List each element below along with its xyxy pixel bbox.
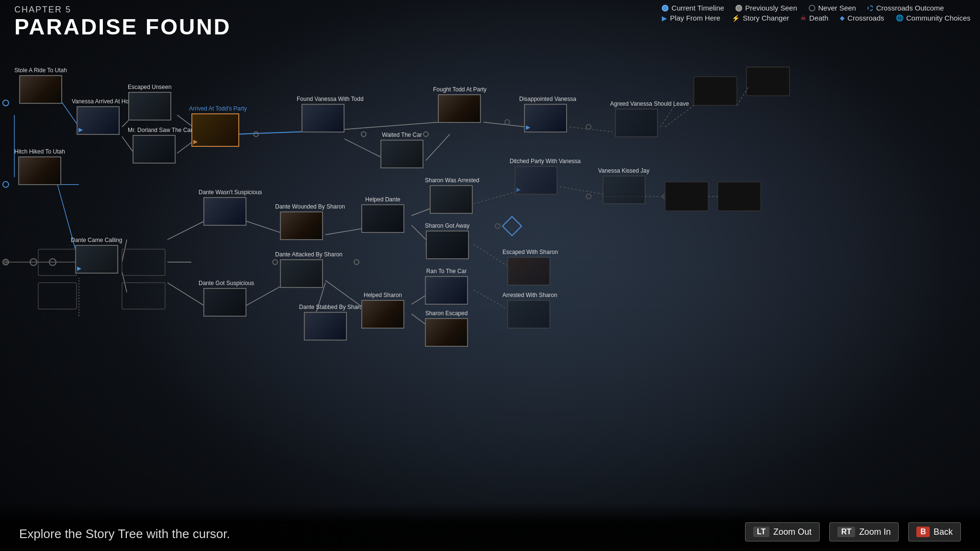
- node-sharon-got-away[interactable]: Sharon Got Away: [425, 222, 469, 259]
- node-stole-ride[interactable]: Stole A Ride To Utah: [14, 67, 67, 104]
- node-arrived-todd[interactable]: Arrived At Todd's Party ▶: [189, 105, 242, 147]
- crossroads-diamond-icon: ◆: [840, 14, 845, 22]
- play-icon: ▶: [662, 14, 667, 22]
- node-arrested-sharon[interactable]: Arrested With Sharon: [502, 292, 555, 329]
- node-helped-dante[interactable]: Helped Dante: [361, 196, 404, 233]
- node-escaped-sharon[interactable]: Escaped With Sharon: [502, 249, 555, 286]
- node-arrested-sharon-thumb[interactable]: [507, 300, 550, 329]
- node-agreed-vanessa-thumb[interactable]: [615, 109, 658, 137]
- play-icon-disappointed: ▶: [526, 124, 530, 131]
- node-vanessa-arrived[interactable]: Vanessa Arrived At Hotel ▶: [72, 98, 124, 135]
- node-found-vanessa[interactable]: Found Vanessa With Todd: [297, 96, 349, 132]
- node-agreed-vanessa[interactable]: Agreed Vanessa Should Leave: [610, 100, 663, 137]
- node-dante-wounded[interactable]: Dante Wounded By Sharon: [275, 203, 328, 240]
- svg-point-33: [3, 100, 9, 106]
- svg-line-6: [239, 132, 301, 134]
- node-helped-sharon-thumb[interactable]: [361, 300, 404, 329]
- node-mr-dorland[interactable]: Mr. Dorland Saw The Car: [128, 127, 180, 164]
- node-waited-car[interactable]: Waited The Car: [380, 132, 423, 168]
- node-vanessa-kissed-label: Vanessa Kissed Jay: [598, 167, 649, 174]
- node-dante-wasnt-thumb[interactable]: [203, 197, 246, 226]
- legend: Current Timeline Previously Seen Never S…: [662, 4, 970, 22]
- current-label: Current Timeline: [671, 4, 724, 12]
- node-dante-suspicious[interactable]: Dante Got Suspicious: [199, 280, 251, 317]
- node-escaped-sharon-thumb[interactable]: [507, 257, 550, 286]
- legend-prev: Previously Seen: [735, 4, 797, 12]
- b-badge: B: [916, 527, 930, 537]
- node-escaped-unseen-thumb[interactable]: [128, 92, 171, 121]
- node-dante-attacked-thumb[interactable]: [280, 259, 323, 288]
- legend-death: ☠ Death: [801, 14, 828, 22]
- node-dante-came-thumb[interactable]: ▶: [75, 245, 118, 274]
- svg-line-15: [122, 272, 127, 292]
- node-sharon-got-away-label: Sharon Got Away: [425, 222, 469, 229]
- legend-play: ▶ Play From Here: [662, 14, 720, 22]
- hint-text: Explore the Story Tree with the cursor.: [19, 527, 230, 541]
- node-ditched-party-thumb[interactable]: ▶: [514, 166, 557, 195]
- node-arrived-todd-thumb[interactable]: ▶: [191, 113, 239, 147]
- story-changer-label: Story Changer: [743, 14, 789, 22]
- globe-icon: 🌐: [896, 14, 903, 22]
- node-sharon-arrested[interactable]: Sharon Was Arrested: [425, 177, 478, 214]
- play-icon-todd: ▶: [193, 138, 198, 145]
- node-dante-came-label: Dante Came Calling: [71, 237, 122, 243]
- current-dot-icon: [662, 5, 668, 11]
- lt-badge: LT: [753, 527, 769, 537]
- node-ran-to-car-thumb[interactable]: [425, 276, 468, 305]
- node-stole-ride-thumb[interactable]: [19, 75, 62, 104]
- svg-line-10: [426, 134, 450, 160]
- node-escaped-unseen-label: Escaped Unseen: [128, 84, 171, 90]
- svg-rect-55: [38, 283, 77, 309]
- node-disappointed-thumb[interactable]: ▶: [524, 104, 567, 132]
- legend-crossroads-outcome: Crossroads Outcome: [868, 4, 944, 12]
- node-fought-todd[interactable]: Fought Todd At Party: [433, 86, 486, 123]
- node-sharon-escaped[interactable]: Sharon Escaped: [425, 310, 468, 347]
- node-escaped-unseen[interactable]: Escaped Unseen: [128, 84, 171, 121]
- node-dante-stabbed-thumb[interactable]: [304, 312, 347, 341]
- node-sharon-arrested-thumb[interactable]: [430, 185, 473, 214]
- chapter-label: CHAPTER 5: [14, 5, 231, 15]
- node-escaped-sharon-label: Escaped With Sharon: [502, 249, 555, 255]
- node-helped-sharon[interactable]: Helped Sharon: [361, 292, 404, 329]
- svg-line-31: [560, 187, 603, 194]
- node-sharon-escaped-thumb[interactable]: [425, 318, 468, 347]
- node-hitch-hiked-label: Hitch Hiked To Utah: [14, 148, 65, 155]
- node-vanessa-arrived-label: Vanessa Arrived At Hotel: [72, 98, 124, 105]
- node-vanessa-kissed-thumb[interactable]: [602, 176, 646, 204]
- node-dante-wasnt[interactable]: Dante Wasn't Suspicious: [199, 189, 251, 226]
- node-agreed-vanessa-label: Agreed Vanessa Should Leave: [610, 100, 663, 107]
- node-dante-attacked[interactable]: Dante Attacked By Sharon: [275, 251, 328, 288]
- community-label: Community Choices: [906, 14, 970, 22]
- node-mr-dorland-thumb[interactable]: [133, 135, 176, 164]
- legend-story-changer: ⚡ Story Changer: [732, 14, 789, 22]
- node-found-vanessa-thumb[interactable]: [301, 104, 345, 132]
- back-button[interactable]: B Back: [908, 522, 961, 541]
- node-sharon-got-away-thumb[interactable]: [426, 231, 469, 259]
- node-ran-to-car[interactable]: Ran To The Car: [425, 268, 468, 305]
- rt-badge: RT: [837, 527, 855, 537]
- zoom-out-button[interactable]: LT Zoom Out: [745, 522, 820, 541]
- node-ditched-party-label: Ditched Party With Vanessa: [510, 158, 562, 165]
- node-disappointed-label: Disappointed Vanessa: [519, 96, 572, 102]
- node-fought-todd-thumb[interactable]: [438, 94, 481, 123]
- node-dante-came[interactable]: Dante Came Calling ▶: [71, 237, 122, 274]
- node-waited-car-thumb[interactable]: [380, 140, 423, 168]
- node-dante-suspicious-thumb[interactable]: [203, 288, 246, 317]
- node-disappointed[interactable]: Disappointed Vanessa ▶: [519, 96, 572, 132]
- zoom-in-button[interactable]: RT Zoom In: [829, 522, 899, 541]
- node-helped-sharon-label: Helped Sharon: [364, 292, 402, 298]
- svg-point-38: [423, 132, 428, 136]
- node-dante-wasnt-label: Dante Wasn't Suspicious: [199, 189, 251, 196]
- node-dante-wounded-thumb[interactable]: [280, 211, 323, 240]
- node-hitch-hiked[interactable]: Hitch Hiked To Utah: [14, 148, 65, 185]
- node-hitch-hiked-thumb[interactable]: [18, 156, 61, 185]
- node-ditched-party[interactable]: Ditched Party With Vanessa ▶: [510, 158, 562, 195]
- node-dante-stabbed[interactable]: Dante Stabbed By Sharon: [299, 304, 352, 341]
- node-vanessa-arrived-thumb[interactable]: ▶: [77, 106, 120, 135]
- node-vanessa-kissed[interactable]: Vanessa Kissed Jay: [598, 167, 649, 204]
- node-dante-stabbed-label: Dante Stabbed By Sharon: [299, 304, 352, 310]
- story-tree: Stole A Ride To Utah Hitch Hiked To Utah…: [0, 38, 980, 503]
- node-helped-dante-thumb[interactable]: [361, 204, 404, 233]
- legend-row-2: ▶ Play From Here ⚡ Story Changer ☠ Death…: [662, 14, 970, 22]
- chapter-header: CHAPTER 5 PARADISE FOUND: [14, 5, 231, 39]
